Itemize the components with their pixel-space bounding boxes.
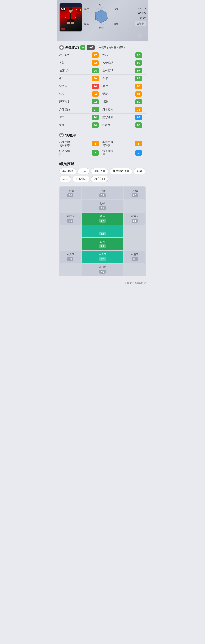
- player-height: 190 CM: [136, 6, 146, 11]
- skill-tag-8: 急升射门: [91, 176, 108, 182]
- stat-value-speed: 84: [92, 91, 99, 97]
- pos-rating-lmf: 81: [68, 219, 74, 223]
- stat-row-shoot: 射门 80: [59, 75, 102, 82]
- stat-label-aggression: 积极性: [102, 124, 135, 127]
- foot-stats-grid: 非惯用脚 使用频率 2 状态持续 性 7 非惯用脚 精准度 3 抗受伤程 度 3: [59, 139, 146, 158]
- pos-name-ss: 影锋: [100, 202, 105, 205]
- radar-label-bottom: 防守: [99, 26, 104, 30]
- svg-point-23: [141, 34, 142, 35]
- foot-row-freq: 非惯用脚 使用频率 2: [59, 139, 102, 148]
- stat-label-balance: 身体控制: [102, 108, 135, 111]
- stat-label-shoot: 射门: [59, 77, 92, 80]
- pos-rating-dmf: 99: [100, 244, 106, 248]
- foot-label-freq: 非惯用脚 使用频率: [59, 140, 92, 147]
- pos-cell-cmf: 中前卫 92: [82, 226, 124, 238]
- level-badge: 44级: [86, 46, 95, 50]
- stat-label-kick-power: 脚下力量: [59, 100, 92, 104]
- foot-row-stamina: 状态持续 性 7: [59, 148, 102, 157]
- foot-icon-svg: [136, 32, 146, 39]
- stats-col-right: 控球 93 紧密控球 92 空中传球 97 头球 88 弧度 80 爆发力 81: [102, 51, 146, 129]
- stat-row-tackle: 抢断 94: [59, 121, 102, 129]
- skill-tag-3: 单触传球: [91, 168, 108, 174]
- stat-value-curve: 80: [135, 84, 142, 89]
- pos-cell-empty-r2: [124, 200, 145, 212]
- radar-label-bl: 速度: [84, 22, 89, 26]
- stat-value-body-contact: 97: [92, 107, 99, 112]
- stat-label-lofted-pass: 空中传球: [102, 69, 135, 72]
- svg-rect-6: [67, 22, 70, 24]
- pos-cell-lw: 左边锋 80: [60, 187, 81, 199]
- preferred-foot-section: 惯用脚 非惯用脚 使用频率 2 状态持续 性 7 非惯用脚 精准度 3 抗受伤程…: [57, 131, 148, 159]
- position-grid-section: 左边锋 80 中锋 79 右边锋 80 影锋 81 左前卫: [57, 186, 148, 280]
- player-position: 后腰: [60, 8, 66, 11]
- stat-row-body-contact: 身体接触 97: [59, 106, 102, 114]
- stat-value-shoot: 80: [92, 76, 99, 81]
- stat-row-speed: 速度 84: [59, 90, 102, 98]
- stat-label-ballcontrol: 控球: [102, 53, 135, 57]
- foot-value-freq: 2: [92, 141, 99, 146]
- foot-section-icon: [59, 133, 64, 138]
- stat-label-ground-pass: 地面传球: [59, 69, 92, 72]
- pos-name-rw: 右边锋: [131, 189, 138, 192]
- pos-row-7: 守门员 40: [60, 264, 145, 276]
- stat-value-lofted-pass: 97: [135, 68, 142, 73]
- stat-row-ground-pass: 地面传球 94: [59, 67, 102, 75]
- pos-rating-rmf: 81: [132, 219, 138, 223]
- pos-rating-cmf: 92: [100, 232, 106, 236]
- player-name: 弗兰克·里杰卡尔德: [60, 30, 82, 32]
- basic-stats-icon: [59, 45, 64, 50]
- watermark-text: 头条 @PES实况联盟: [124, 282, 146, 284]
- radar-label-tr: 传球: [114, 7, 118, 10]
- pos-cell-empty-l5: [60, 238, 81, 250]
- foot-icon-row: [84, 32, 146, 39]
- svg-point-1: [69, 8, 72, 10]
- stat-row-tight-control: 紧密控球 92: [102, 59, 146, 67]
- stat-value-dribble: 82: [92, 60, 99, 66]
- basic-stats-section: 基础能力 → 44级 （26满级 | 突破后44满级） 攻击能力 77 盘带 8…: [57, 43, 148, 129]
- radar-label-tl: 盘带: [84, 7, 89, 10]
- stat-label-stamina: 体力: [59, 116, 92, 119]
- player-flag: [61, 28, 64, 30]
- stat-row-header: 头球 88: [102, 75, 146, 82]
- foot-label-stamina2: 状态持续 性: [59, 149, 92, 156]
- stat-value-balance: 75: [135, 107, 142, 112]
- basic-stats-header: 基础能力 → 44级 （26满级 | 突破后44满级）: [59, 43, 146, 51]
- foot-medal-icon: [60, 134, 63, 136]
- stat-value-jump: 89: [135, 99, 142, 104]
- radar-section: 射门 传球 身体 防守 速度 盘带: [84, 3, 146, 30]
- arrow-badge: →: [80, 45, 85, 50]
- skills-section: 球员技能 战斗精神 盯人 单触传球 加重旋转传球 远射 队长 拦截能力 急升射门: [57, 159, 148, 184]
- pos-rating-amf: 87: [100, 219, 106, 223]
- pos-rating-lb: 89: [68, 257, 74, 261]
- stat-label-speed: 速度: [59, 92, 92, 96]
- stat-row-balance: 身体控制 75: [102, 106, 146, 114]
- foot-section-title: 惯用脚: [65, 133, 76, 138]
- player-card: 后腰 99: [59, 3, 82, 32]
- stat-value-attack: 77: [92, 52, 99, 58]
- pos-rating-cf: 79: [100, 193, 106, 197]
- pos-cell-rmf: 右前卫 81: [124, 213, 145, 225]
- foot-col-right: 非惯用脚 精准度 3 抗受伤程 度 3: [102, 139, 146, 158]
- skills-title: 球员技能: [59, 159, 146, 168]
- foot-col-left: 非惯用脚 使用频率 2 状态持续 性 7: [59, 139, 102, 158]
- stat-value-ground-pass: 94: [92, 68, 99, 73]
- pos-cell-rb: 右后卫 89: [124, 251, 145, 263]
- skill-tag-4: 加重旋转传球: [110, 168, 132, 174]
- pos-cell-empty-l4: [60, 226, 81, 238]
- skill-tag-7: 拦截能力: [72, 176, 90, 182]
- stat-row-lofted-pass: 空中传球 97: [102, 67, 146, 75]
- stat-row-freekick: 定位球 74: [59, 82, 102, 90]
- stat-value-kick-power: 93: [92, 99, 99, 104]
- stat-row-dribble: 盘带 82: [59, 59, 102, 67]
- pos-name-cf: 中锋: [100, 189, 105, 192]
- footer-watermark: 头条 @PES实况联盟: [57, 280, 148, 286]
- svg-point-4: [65, 17, 66, 18]
- pos-rating-cb: 92: [100, 257, 106, 261]
- pos-cell-cb: 中后卫 92: [82, 251, 124, 263]
- foot-header: 惯用脚: [59, 131, 146, 139]
- stat-row-kick-power: 脚下力量 93: [59, 98, 102, 106]
- stat-label-header: 头球: [102, 77, 135, 80]
- basic-stats-title: 基础能力: [65, 45, 79, 50]
- physical-stats: 190 CM 80 KG 26岁 破坏者: [134, 6, 146, 26]
- skill-tag-1: 战斗精神: [59, 168, 76, 174]
